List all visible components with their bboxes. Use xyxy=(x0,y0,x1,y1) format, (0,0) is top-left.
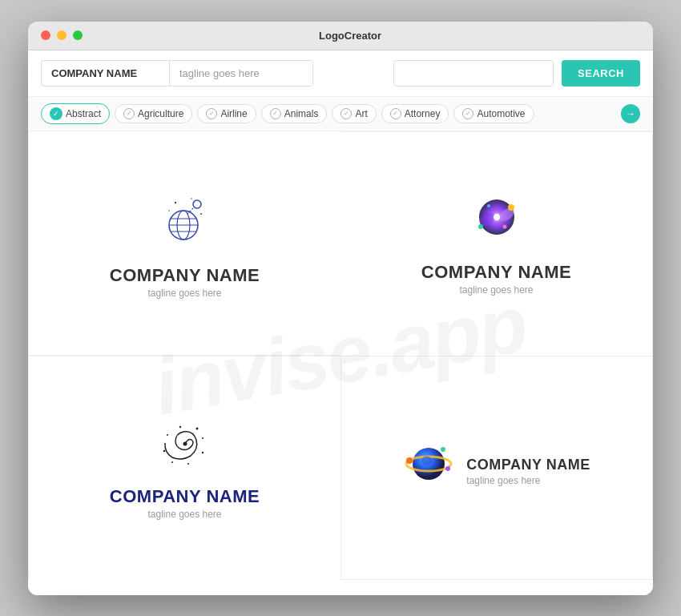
check-light-icon: ✓ xyxy=(462,108,473,119)
check-light-icon: ✓ xyxy=(270,108,281,119)
logo-icon-2 xyxy=(465,191,529,251)
svg-point-25 xyxy=(183,442,187,446)
search-button[interactable]: SEARCH xyxy=(562,60,640,87)
svg-point-19 xyxy=(202,437,203,439)
logo-company-name-3: COMPANY NAME xyxy=(110,486,260,507)
next-category-button[interactable]: → xyxy=(621,104,640,123)
svg-point-22 xyxy=(163,450,165,453)
logo-cell-3[interactable]: COMPANY NAME tagline goes here xyxy=(28,356,340,580)
logo-cell-1[interactable]: COMPANY NAME tagline goes here xyxy=(28,131,340,356)
svg-point-18 xyxy=(195,428,198,430)
category-attorney[interactable]: ✓ Attorney xyxy=(381,104,449,123)
check-icon: ✓ xyxy=(50,107,62,120)
category-label: Animals xyxy=(284,108,319,119)
logo-icon-3 xyxy=(153,416,217,475)
category-label: Airline xyxy=(220,108,247,119)
logo-tagline-1: tagline goes here xyxy=(147,288,221,299)
tagline-input[interactable] xyxy=(169,60,313,87)
svg-point-12 xyxy=(508,204,514,211)
logo-grid: invise.app xyxy=(28,131,653,580)
category-art[interactable]: ✓ Art xyxy=(332,104,376,123)
maximize-button[interactable] xyxy=(73,30,83,40)
title-bar: LogoCreator xyxy=(28,22,653,50)
svg-point-10 xyxy=(191,198,192,199)
category-label: Agriculture xyxy=(138,108,183,119)
svg-point-7 xyxy=(174,202,175,203)
logo-cell-4[interactable]: COMPANY NAME tagline goes here xyxy=(340,356,653,580)
svg-point-23 xyxy=(171,461,173,463)
svg-point-9 xyxy=(168,210,170,211)
logo-icon-1 xyxy=(153,187,217,254)
svg-point-29 xyxy=(445,466,450,471)
logo-company-name-2: COMPANY NAME xyxy=(421,262,571,283)
check-light-icon: ✓ xyxy=(206,108,217,119)
check-light-icon: ✓ xyxy=(340,108,352,119)
svg-point-8 xyxy=(200,213,202,215)
logo-tagline-3: tagline goes here xyxy=(147,509,221,520)
category-automotive[interactable]: ✓ Automotive xyxy=(453,104,534,123)
close-button[interactable] xyxy=(41,30,50,40)
svg-point-21 xyxy=(167,434,168,436)
app-content: SEARCH ✓ Abstract ✓ Agriculture ✓ Airlin… xyxy=(28,50,653,595)
logo-company-name-4: COMPANY NAME xyxy=(466,457,590,473)
svg-point-30 xyxy=(441,447,445,452)
category-label: Abstract xyxy=(66,108,101,119)
search-text-input[interactable] xyxy=(393,60,554,87)
svg-point-24 xyxy=(187,463,189,465)
check-light-icon: ✓ xyxy=(390,108,401,119)
svg-point-14 xyxy=(502,225,506,229)
browser-window: LogoCreator SEARCH ✓ Abstract ✓ Agricult… xyxy=(28,22,653,595)
category-animals[interactable]: ✓ Animals xyxy=(261,104,328,123)
app-title: LogoCreator xyxy=(89,30,611,42)
svg-point-13 xyxy=(478,224,483,229)
minimize-button[interactable] xyxy=(57,30,66,40)
category-agriculture[interactable]: ✓ Agriculture xyxy=(115,104,192,123)
logo-tagline-2: tagline goes here xyxy=(459,284,533,296)
svg-point-16 xyxy=(494,214,500,220)
category-bar: ✓ Abstract ✓ Agriculture ✓ Airline ✓ Ani… xyxy=(28,97,653,131)
check-light-icon: ✓ xyxy=(123,108,135,119)
category-abstract[interactable]: ✓ Abstract xyxy=(41,103,110,124)
category-label: Attorney xyxy=(405,108,441,119)
svg-point-5 xyxy=(193,200,201,208)
svg-point-17 xyxy=(179,426,180,428)
svg-point-28 xyxy=(406,457,413,464)
svg-point-15 xyxy=(487,204,490,207)
svg-point-20 xyxy=(201,452,203,453)
category-label: Automotive xyxy=(477,108,525,119)
logo-company-name-1: COMPANY NAME xyxy=(110,265,260,286)
company-name-input[interactable] xyxy=(41,60,169,87)
category-label: Art xyxy=(355,108,367,119)
search-bar: SEARCH xyxy=(28,50,653,97)
logo-icon-4 xyxy=(403,438,455,493)
category-airline[interactable]: ✓ Airline xyxy=(197,104,256,123)
logo-tagline-4: tagline goes here xyxy=(466,475,590,486)
logo-cell-2[interactable]: COMPANY NAME tagline goes here xyxy=(340,131,653,356)
